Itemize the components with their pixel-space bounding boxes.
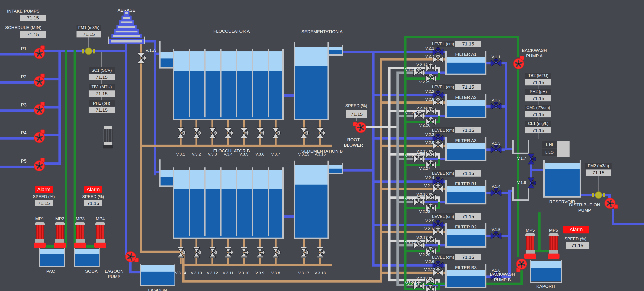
flocculator-b-baffle-3 xyxy=(220,168,222,236)
sed-b-outbox-water xyxy=(329,168,342,173)
filter-2-level-value[interactable]: 71.15 xyxy=(455,84,481,90)
valve-v3-13[interactable] xyxy=(191,246,202,255)
filter-1-level-value[interactable]: 71.15 xyxy=(455,41,481,47)
dosing-pump-mp2[interactable] xyxy=(56,225,64,239)
pump-p1[interactable] xyxy=(32,45,47,60)
dosing-pump-mp6-base xyxy=(548,254,560,259)
filter-5-level-value[interactable]: 71.15 xyxy=(455,213,481,220)
level-high-indicator[interactable] xyxy=(557,141,570,149)
valve-v3-18[interactable] xyxy=(315,246,326,255)
flow-meter-fm1[interactable] xyxy=(82,46,95,56)
valve-v3-1[interactable] xyxy=(175,127,186,136)
filter-4-level-value[interactable]: 71.15 xyxy=(455,170,481,176)
valve-v3-16[interactable] xyxy=(315,127,326,136)
valve-v18-label: V.1.8 xyxy=(517,180,526,185)
flocculator-b-tank-water-surface xyxy=(174,170,282,189)
weir-box-2-left xyxy=(512,187,514,201)
tb1-value[interactable]: 71.15 xyxy=(88,90,115,96)
valve-v3-9[interactable] xyxy=(254,246,265,255)
soda-tank-wall-right xyxy=(99,248,100,267)
valve-wash-f6-label: V.2.18 xyxy=(416,276,428,281)
pipe-drain xyxy=(140,144,332,147)
intake-pumps-value[interactable]: 71.15 xyxy=(20,14,46,21)
soda-tank-water-surface xyxy=(75,249,99,254)
cm1-value[interactable]: 71.15 xyxy=(525,111,551,118)
pipe-chemical xyxy=(438,116,440,123)
filter-tank-3-water xyxy=(447,149,485,160)
fm1-value[interactable]: 71.15 xyxy=(76,31,101,38)
lagoon-pump-icon[interactable] xyxy=(125,250,139,264)
flocculator-a-baffle-6 xyxy=(268,49,269,118)
pump-p2[interactable] xyxy=(32,73,47,88)
distribution-speed-value[interactable]: 71.15 xyxy=(566,242,589,249)
valve-v3-5[interactable] xyxy=(238,127,250,136)
filter-3-level-value[interactable]: 71.15 xyxy=(455,127,481,134)
alarm-button-distribution[interactable]: Alarm xyxy=(563,226,589,234)
reservoir-tank-water-surface xyxy=(545,163,580,169)
valve-v3-3[interactable] xyxy=(207,127,218,136)
flocculator-a-tank-water-surface xyxy=(174,52,282,71)
valve-v18[interactable] xyxy=(526,177,537,186)
fm2-value[interactable]: 71.15 xyxy=(586,170,611,176)
root-blower-icon[interactable] xyxy=(352,120,367,134)
valve-v17[interactable] xyxy=(526,153,537,162)
flow-meter-fm2[interactable] xyxy=(592,190,605,200)
pipe-drain xyxy=(182,280,382,282)
pump-p4[interactable] xyxy=(32,129,47,144)
sedimentation-b-tank-water-surface xyxy=(295,165,328,184)
distribution-pump-label: DISTRIBUTION xyxy=(569,202,600,208)
dosing-pump-mp6[interactable] xyxy=(550,236,558,250)
soda-label: SODA xyxy=(85,269,98,274)
valve-v3-12[interactable] xyxy=(207,246,218,255)
valve-v3-2[interactable] xyxy=(191,127,202,136)
alarm-button-dosing-a[interactable]: Alarm xyxy=(35,186,53,193)
backwash-pump-b-icon[interactable] xyxy=(514,258,528,272)
sed-b-outbox-wall xyxy=(342,163,343,174)
distribution-pump-label-2: PUMP xyxy=(578,208,591,213)
level-low-label: L LO xyxy=(542,149,557,156)
pipe-water xyxy=(372,51,374,266)
dosing-pump-mp1[interactable] xyxy=(36,225,44,239)
valve-v3-7[interactable] xyxy=(270,127,281,136)
dosing-pump-mp5[interactable] xyxy=(526,236,534,250)
lagoon-tank-label: LAGOON xyxy=(148,288,167,291)
flocculator-a-tank-wall-bottom xyxy=(173,119,284,120)
pump-p3[interactable] xyxy=(32,102,47,116)
aerase-base-slab xyxy=(111,40,142,42)
sc1-value[interactable]: 71.15 xyxy=(88,74,115,80)
dosing-b-speed-value[interactable]: 71.15 xyxy=(84,200,102,206)
schedule-value[interactable]: 71.15 xyxy=(20,31,46,38)
valve-v3-11[interactable] xyxy=(223,246,234,255)
valve-v1a[interactable] xyxy=(136,52,146,61)
backwash-pump-a-icon[interactable] xyxy=(512,56,526,70)
level-low-indicator[interactable] xyxy=(557,149,570,157)
pump-p5[interactable] xyxy=(32,158,47,172)
alarm-button-dosing-b[interactable]: Alarm xyxy=(84,186,102,193)
valve-v3-7-label: V.3.7 xyxy=(271,152,280,157)
dosing-a-speed-value[interactable]: 71.15 xyxy=(35,200,53,206)
motor-icon xyxy=(103,129,113,142)
valve-v3-4[interactable] xyxy=(223,127,234,136)
valve-v3-6[interactable] xyxy=(254,127,265,136)
valve-v3-14[interactable] xyxy=(175,246,186,255)
distribution-pump-icon[interactable] xyxy=(604,196,618,211)
valve-v3-8[interactable] xyxy=(270,246,281,255)
dosing-pump-mp4[interactable] xyxy=(96,225,104,239)
cl1-value[interactable]: 71.15 xyxy=(525,127,551,134)
ph1-value[interactable]: 71.15 xyxy=(88,107,115,113)
valve-v3-17[interactable] xyxy=(298,246,309,255)
filter-2-level-label: LEVEL (cm) xyxy=(432,84,454,90)
valve-v3-15[interactable] xyxy=(298,127,309,136)
valve-airscour-f3-label: V.2.21 xyxy=(405,154,416,158)
filter-6-level-value[interactable]: 71.15 xyxy=(455,254,481,260)
ph2-value[interactable]: 71.15 xyxy=(525,95,551,102)
floc-a-inlet-water xyxy=(160,58,173,67)
valve-v3-10[interactable] xyxy=(238,246,250,255)
blower-speed-value[interactable]: 71.15 xyxy=(346,110,367,118)
tb2-value[interactable]: 71.15 xyxy=(525,79,551,86)
pipe-chemical xyxy=(438,73,440,80)
dosing-pump-mp6-neck xyxy=(549,250,558,254)
dosing-pump-mp3[interactable] xyxy=(76,225,84,239)
valve-waste-f6[interactable] xyxy=(425,283,436,291)
dosing-pump-mp5-cap xyxy=(525,233,535,236)
